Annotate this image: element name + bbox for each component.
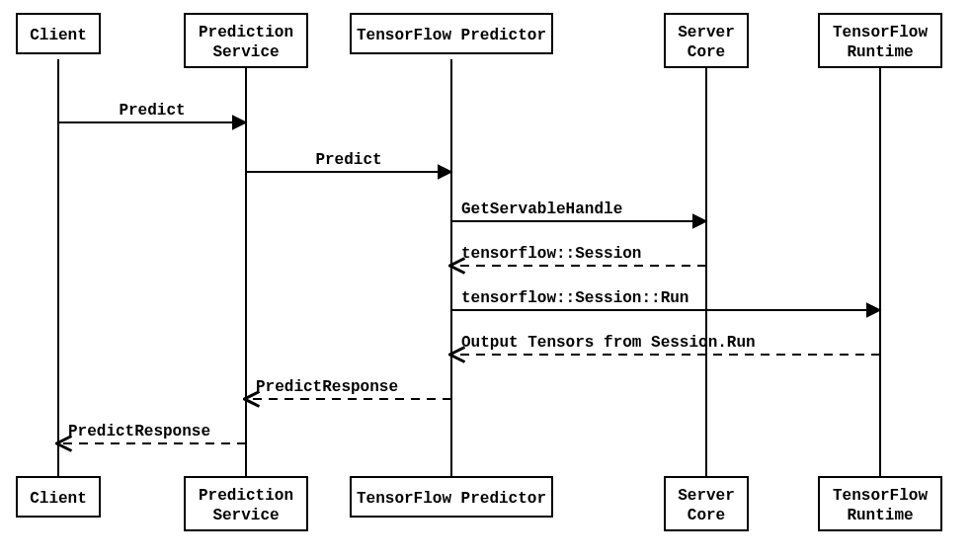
actor-tfrt-bottom-l1: TensorFlow xyxy=(833,487,928,505)
actor-predsvc-label-l1: Prediction xyxy=(199,24,293,41)
actor-core-label-l1: Server xyxy=(678,24,735,41)
actor-core-label-l2: Core xyxy=(688,43,725,61)
actor-client-bottom-label: Client xyxy=(30,490,87,508)
msg-session-run-label: tensorflow::Session::Run xyxy=(461,289,688,307)
actor-core-bottom-l1: Server xyxy=(678,487,735,505)
actor-tfpred-label: TensorFlow Predictor xyxy=(357,27,546,44)
actor-client-label: Client xyxy=(30,27,87,44)
actor-tfrt-label-l1: TensorFlow xyxy=(833,24,928,41)
msg-output-tensors-label: Output Tensors from Session.Run xyxy=(461,334,756,352)
actor-tfpred-bottom-label: TensorFlow Predictor xyxy=(357,490,546,508)
actor-predsvc-label-l2: Service xyxy=(212,43,279,61)
msg-predict-1-label: Predict xyxy=(119,102,185,120)
msg-getservable-label: GetServableHandle xyxy=(461,200,622,218)
actor-tfrt-label-l2: Runtime xyxy=(847,43,913,61)
sequence-diagram: Client Prediction Service TensorFlow Pre… xyxy=(0,0,972,560)
actor-tfrt-bottom-l2: Runtime xyxy=(847,507,913,524)
msg-session-label: tensorflow::Session xyxy=(461,245,641,263)
msg-predictresponse-2-label: PredictResponse xyxy=(68,423,210,440)
msg-predict-2-label: Predict xyxy=(315,151,381,169)
actor-predsvc-bottom-l2: Service xyxy=(212,507,279,524)
actor-core-bottom-l2: Core xyxy=(688,507,725,524)
actor-predsvc-bottom-l1: Prediction xyxy=(199,487,293,505)
msg-predictresponse-1-label: PredictResponse xyxy=(256,378,398,396)
